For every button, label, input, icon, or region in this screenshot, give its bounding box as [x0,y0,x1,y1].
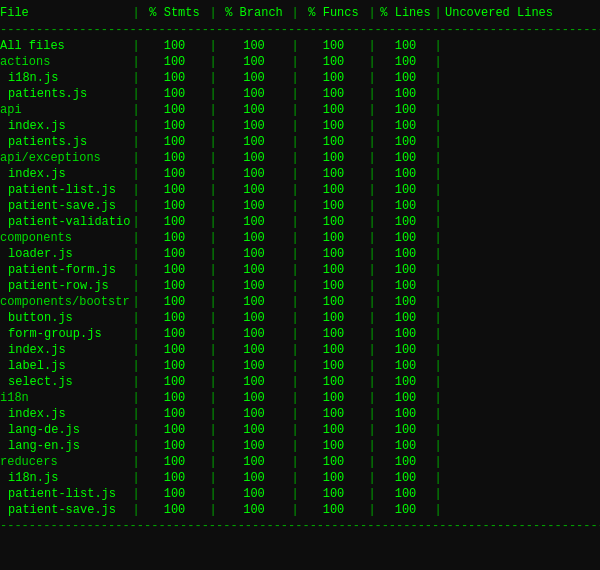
cell-uncovered [443,311,600,325]
cell-sep1: | [130,55,142,69]
cell-sep2: | [207,471,219,485]
cell-sep5: | [433,375,443,389]
cell-sep1: | [130,503,142,517]
cell-file: actions [0,55,130,69]
cell-stmts: 100 [142,167,207,181]
cell-sep4: | [366,423,378,437]
cell-sep3: | [289,119,301,133]
cell-sep1: | [130,231,142,245]
cell-stmts: 100 [142,279,207,293]
header-file: File [0,6,130,20]
cell-file: patients.js [0,135,130,149]
cell-uncovered [443,471,600,485]
cell-sep4: | [366,103,378,117]
cell-funcs: 100 [301,71,366,85]
cell-sep3: | [289,183,301,197]
cell-sep5: | [433,487,443,501]
cell-sep2: | [207,151,219,165]
cell-sep1: | [130,247,142,261]
cell-uncovered [443,503,600,517]
cell-lines: 100 [378,471,433,485]
cell-stmts: 100 [142,487,207,501]
cell-file: i18n.js [0,71,130,85]
cell-sep4: | [366,55,378,69]
cell-funcs: 100 [301,183,366,197]
cell-uncovered [443,391,600,405]
cell-sep3: | [289,359,301,373]
table-row: index.js | 100 | 100 | 100 | 100 | [0,406,600,422]
cell-uncovered [443,215,600,229]
table-row: patients.js | 100 | 100 | 100 | 100 | [0,86,600,102]
cell-funcs: 100 [301,215,366,229]
cell-sep3: | [289,135,301,149]
cell-funcs: 100 [301,167,366,181]
cell-sep5: | [433,407,443,421]
cell-sep4: | [366,167,378,181]
cell-funcs: 100 [301,423,366,437]
table-row: i18n | 100 | 100 | 100 | 100 | [0,390,600,406]
cell-uncovered [443,279,600,293]
cell-sep2: | [207,183,219,197]
cell-uncovered [443,87,600,101]
cell-sep2: | [207,423,219,437]
cell-lines: 100 [378,167,433,181]
table-row: All files | 100 | 100 | 100 | 100 | [0,38,600,54]
cell-uncovered [443,247,600,261]
cell-funcs: 100 [301,151,366,165]
cell-sep5: | [433,215,443,229]
cell-lines: 100 [378,119,433,133]
cell-stmts: 100 [142,199,207,213]
cell-lines: 100 [378,487,433,501]
cell-sep1: | [130,375,142,389]
terminal-container: File | % Stmts | % Branch | % Funcs | % … [0,0,600,538]
header-uncovered: Uncovered Lines [443,6,600,20]
cell-sep1: | [130,343,142,357]
cell-sep4: | [366,487,378,501]
bottom-divider: ----------------------------------------… [0,518,600,534]
cell-sep3: | [289,71,301,85]
cell-branch: 100 [219,167,289,181]
cell-lines: 100 [378,199,433,213]
cell-stmts: 100 [142,295,207,309]
cell-stmts: 100 [142,455,207,469]
cell-funcs: 100 [301,375,366,389]
cell-sep2: | [207,359,219,373]
cell-file: patient-validation.js [0,215,130,229]
cell-branch: 100 [219,119,289,133]
table-row: api | 100 | 100 | 100 | 100 | [0,102,600,118]
cell-uncovered [443,71,600,85]
header-sep5: | [433,6,443,20]
cell-uncovered [443,423,600,437]
cell-uncovered [443,183,600,197]
cell-stmts: 100 [142,423,207,437]
table-row: label.js | 100 | 100 | 100 | 100 | [0,358,600,374]
header-branch: % Branch [219,6,289,20]
cell-sep3: | [289,439,301,453]
cell-stmts: 100 [142,375,207,389]
cell-file: patients.js [0,87,130,101]
cell-branch: 100 [219,503,289,517]
cell-funcs: 100 [301,391,366,405]
table-row: patient-row.js | 100 | 100 | 100 | 100 | [0,278,600,294]
table-row: patient-validation.js | 100 | 100 | 100 … [0,214,600,230]
cell-file: i18n.js [0,471,130,485]
cell-sep4: | [366,151,378,165]
cell-file: lang-de.js [0,423,130,437]
cell-file: api [0,103,130,117]
cell-sep3: | [289,295,301,309]
cell-sep3: | [289,199,301,213]
cell-sep5: | [433,55,443,69]
cell-sep5: | [433,295,443,309]
cell-sep1: | [130,279,142,293]
cell-sep1: | [130,87,142,101]
cell-sep4: | [366,455,378,469]
cell-sep5: | [433,439,443,453]
cell-sep3: | [289,151,301,165]
cell-file: loader.js [0,247,130,261]
cell-sep3: | [289,87,301,101]
cell-stmts: 100 [142,359,207,373]
cell-stmts: 100 [142,327,207,341]
header-sep1: | [130,6,142,20]
cell-branch: 100 [219,487,289,501]
cell-sep2: | [207,247,219,261]
